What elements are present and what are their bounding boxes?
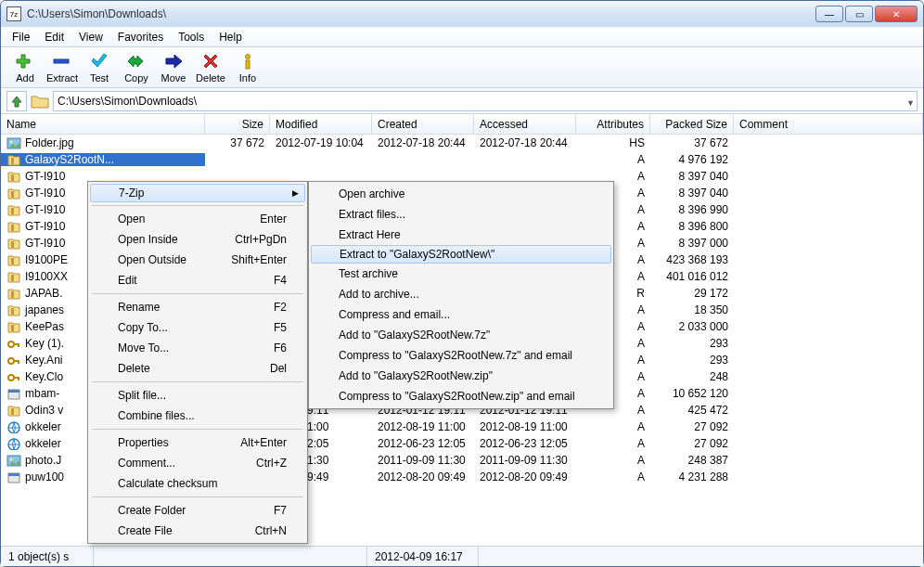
file-icon <box>6 270 21 283</box>
menu-item[interactable]: Extract to "GalaxyS2RootNew\" <box>311 245 611 264</box>
tool-add[interactable]: Add <box>6 51 44 84</box>
file-name: okkeler <box>25 420 61 433</box>
menu-tools[interactable]: Tools <box>171 29 212 45</box>
file-name: GalaxyS2RootN... <box>25 153 114 166</box>
column-modified[interactable]: Modified <box>270 114 372 134</box>
menu-item[interactable]: Open OutsideShift+Enter <box>90 250 305 270</box>
file-name: JAPAB. <box>25 287 62 300</box>
cell-packed: 27 092 <box>650 437 734 450</box>
cell-accessed: 2012-08-20 09:49 <box>474 470 576 483</box>
menu-edit[interactable]: Edit <box>37 29 71 45</box>
maximize-button[interactable]: ▭ <box>845 6 873 22</box>
menu-favorites[interactable]: Favorites <box>110 29 171 45</box>
menu-item[interactable]: OpenEnter <box>90 209 305 229</box>
menu-view[interactable]: View <box>71 29 110 45</box>
info-icon <box>237 51 258 71</box>
file-icon <box>6 253 21 266</box>
tool-label: Delete <box>196 72 225 84</box>
menu-file[interactable]: File <box>5 29 37 45</box>
file-icon <box>6 136 21 149</box>
menu-item[interactable]: Open InsideCtrl+PgDn <box>90 229 305 250</box>
table-row[interactable]: GalaxyS2RootN...A4 976 192 <box>1 151 923 168</box>
up-button[interactable] <box>6 91 27 111</box>
menu-item[interactable]: Compress to "GalaxyS2RootNew.zip" and em… <box>311 386 611 406</box>
column-packed[interactable]: Packed Size <box>650 114 734 134</box>
menu-item[interactable]: Extract Here <box>311 225 611 245</box>
menu-hotkey: F2 <box>274 301 287 314</box>
menu-item[interactable]: Add to archive... <box>311 284 611 304</box>
file-name: puw100 <box>25 470 64 483</box>
cell-accessed: 2012-08-19 11:00 <box>474 420 576 433</box>
column-attributes[interactable]: Attributes <box>576 114 650 134</box>
toolbar: AddExtractTestCopyMoveDeleteInfo <box>1 47 923 88</box>
menu-item[interactable]: Add to "GalaxyS2RootNew.7z" <box>311 325 611 345</box>
tool-info[interactable]: Info <box>229 51 266 84</box>
status-size <box>94 547 367 566</box>
tool-move[interactable]: Move <box>155 51 192 84</box>
menu-item[interactable]: 7-Zip▶ <box>90 184 305 202</box>
file-name: photo.J <box>25 454 61 467</box>
up-arrow-icon <box>10 95 23 108</box>
menu-item[interactable]: Compress and email... <box>311 304 611 325</box>
menu-item[interactable]: Create FolderF7 <box>90 500 305 521</box>
path-dropdown-icon[interactable]: ▼ <box>906 94 915 112</box>
cell-attributes: A <box>576 437 650 450</box>
file-icon <box>6 337 21 350</box>
file-name: GT-I910 <box>25 187 65 200</box>
menu-item[interactable]: Open archive <box>311 184 611 204</box>
menu-hotkey: F7 <box>274 504 287 517</box>
menu-item-label: Compress to "GalaxyS2RootNew.7z" and ema… <box>339 349 572 362</box>
menu-item[interactable]: Combine files... <box>90 406 305 426</box>
menu-item[interactable]: Add to "GalaxyS2RootNew.zip" <box>311 366 611 386</box>
column-headers: Name Size Modified Created Accessed Attr… <box>1 114 923 135</box>
path-input[interactable]: C:\Users\Simon\Downloads\ ▼ <box>53 91 918 111</box>
file-icon <box>6 303 21 316</box>
menu-item-label: Add to "GalaxyS2RootNew.zip" <box>339 369 493 382</box>
titlebar[interactable]: 7z C:\Users\Simon\Downloads\ — ▭ ✕ <box>1 1 923 27</box>
menu-item[interactable]: Calculate checksum <box>90 473 305 494</box>
svg-point-4 <box>10 141 13 144</box>
menu-hotkey: Alt+Enter <box>240 436 287 449</box>
menu-item[interactable]: Comment...Ctrl+Z <box>90 453 305 473</box>
menu-item-label: Properties <box>118 436 169 449</box>
minimize-button[interactable]: — <box>815 6 843 22</box>
svg-point-22 <box>8 375 14 380</box>
close-button[interactable]: ✕ <box>875 6 918 22</box>
menu-item[interactable]: Copy To...F5 <box>90 317 305 338</box>
x-icon <box>200 51 221 71</box>
svg-rect-12 <box>11 275 14 281</box>
menu-item[interactable]: Move To...F6 <box>90 338 305 358</box>
menu-item-label: Open Outside <box>118 253 186 266</box>
column-created[interactable]: Created <box>372 114 474 134</box>
menu-item[interactable]: PropertiesAlt+Enter <box>90 432 305 453</box>
svg-point-1 <box>246 55 250 59</box>
cell-packed: 8 396 990 <box>650 203 734 216</box>
arrow-icon <box>163 51 184 71</box>
menu-item[interactable]: Extract files... <box>311 204 611 225</box>
cell-packed: 423 368 193 <box>650 253 734 266</box>
window-title: C:\Users\Simon\Downloads\ <box>27 7 815 20</box>
column-name[interactable]: Name <box>1 114 205 134</box>
svg-rect-6 <box>11 174 14 181</box>
menu-item[interactable]: Create FileCtrl+N <box>90 521 305 541</box>
menu-item[interactable]: EditF4 <box>90 270 305 290</box>
menu-item[interactable]: Compress to "GalaxyS2RootNew.7z" and ema… <box>311 345 611 366</box>
menu-item[interactable]: Split file... <box>90 385 305 406</box>
cell-packed: 2 033 000 <box>650 320 734 333</box>
table-row[interactable]: Folder.jpg37 6722012-07-19 10:042012-07-… <box>1 135 923 151</box>
tool-label: Info <box>239 72 256 84</box>
submenu-7zip[interactable]: Open archiveExtract files...Extract Here… <box>308 181 614 409</box>
tool-copy[interactable]: Copy <box>118 51 155 84</box>
column-size[interactable]: Size <box>205 114 270 134</box>
tool-extract[interactable]: Extract <box>44 51 81 84</box>
menu-help[interactable]: Help <box>212 29 250 45</box>
menu-item[interactable]: RenameF2 <box>90 297 305 317</box>
tool-test[interactable]: Test <box>81 51 118 84</box>
tool-delete[interactable]: Delete <box>192 51 229 84</box>
column-comment[interactable]: Comment <box>734 114 923 134</box>
menu-item-label: Compress and email... <box>339 308 450 321</box>
menu-item[interactable]: DeleteDel <box>90 358 305 379</box>
column-accessed[interactable]: Accessed <box>474 114 576 134</box>
menu-item[interactable]: Test archive <box>311 264 611 284</box>
context-menu[interactable]: 7-Zip▶OpenEnterOpen InsideCtrl+PgDnOpen … <box>87 181 308 544</box>
